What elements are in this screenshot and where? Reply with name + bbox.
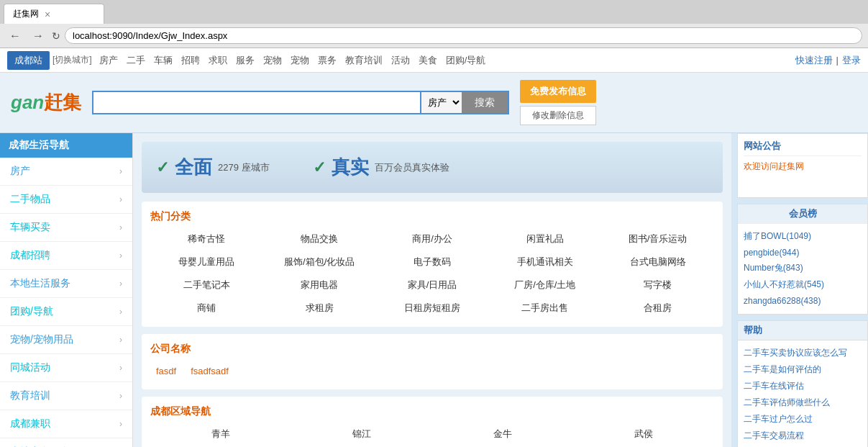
help-link-3[interactable]: 二手车评估师做些什么 xyxy=(744,397,830,407)
help-title: 帮助 xyxy=(738,321,867,340)
nav-link-job[interactable]: 求职 xyxy=(209,54,227,67)
switch-city-link[interactable]: [切换城市] xyxy=(52,54,92,66)
district-item-0[interactable]: 青羊 xyxy=(150,424,291,444)
cat-item-7[interactable]: 电子数码 xyxy=(376,252,489,272)
company-link-1[interactable]: fsadfsadf xyxy=(191,366,229,376)
company-links: fasdf fsadfsadf xyxy=(150,361,714,381)
nav-link-pet2[interactable]: 宠物 xyxy=(291,54,309,67)
sidebar-item-label: 二手物品 xyxy=(10,193,50,206)
member-link-3[interactable]: 小仙人不好惹就(545) xyxy=(744,279,824,289)
district-item-3[interactable]: 武侯 xyxy=(573,424,714,444)
nav-link-edu[interactable]: 教育培训 xyxy=(345,54,383,67)
help-link-2[interactable]: 二手车在线评估 xyxy=(744,381,804,391)
district-grid: 青羊 锦江 金牛 武侯 成华 龙泉驿 青白江 新都 温江 都江堰 彭州 邛崃 崇… xyxy=(150,424,714,447)
cat-item-5[interactable]: 母婴儿童用品 xyxy=(150,252,263,272)
top-navigation: 成都站 [切换城市] 房产 二手 车辆 招聘 求职 服务 宠物 宠物 票务 教育… xyxy=(0,48,868,73)
nav-link-house[interactable]: 房产 xyxy=(99,54,118,67)
district-item-2[interactable]: 金牛 xyxy=(432,424,573,444)
help-link-5[interactable]: 二手车交易流程 xyxy=(744,430,804,441)
help-link-0[interactable]: 二手车买卖协议应该怎么写 xyxy=(744,348,847,358)
nav-link-pet1[interactable]: 宠物 xyxy=(263,54,282,67)
nav-link-recruit[interactable]: 招聘 xyxy=(181,54,200,67)
sidebar-item-label: 同城活动 xyxy=(10,361,50,374)
hot-categories-grid: 稀奇古怪 物品交换 商用/办公 闲置礼品 图书/音乐运动 母婴儿童用品 服饰/箱… xyxy=(150,229,714,318)
hot-categories-section: 热门分类 稀奇古怪 物品交换 商用/办公 闲置礼品 图书/音乐运动 母婴儿童用品… xyxy=(142,202,723,327)
nav-link-groupbuy[interactable]: 团购/导航 xyxy=(446,54,486,67)
search-input[interactable] xyxy=(92,91,420,114)
sidebar-item-parttime[interactable]: 成都兼职 › xyxy=(0,410,132,438)
sidebar-item-recruit[interactable]: 成都招聘 › xyxy=(0,242,132,270)
help-box: 帮助 二手车买卖协议应该怎么写 二手车是如何评估的 二手车在线评估 二手车评估师… xyxy=(737,320,868,447)
cat-item-16[interactable]: 求租房 xyxy=(263,298,376,318)
sidebar-item-pet[interactable]: 宠物/宠物用品 › xyxy=(0,326,132,354)
sidebar-item-activity[interactable]: 同城活动 › xyxy=(0,354,132,382)
back-button[interactable]: ← xyxy=(6,28,24,44)
help-link-4[interactable]: 二手车过户怎么过 xyxy=(744,414,813,424)
member-link-0[interactable]: 捕了BOWL(1049) xyxy=(744,231,811,241)
chevron-right-icon: › xyxy=(119,279,122,289)
reload-button[interactable]: ↻ xyxy=(52,30,60,42)
cat-item-12[interactable]: 家具/日用品 xyxy=(376,275,489,295)
search-category-select[interactable]: 房产 xyxy=(420,91,462,114)
cat-item-1[interactable]: 物品交换 xyxy=(263,229,376,249)
sidebar-item-label: 宠物/宠物用品 xyxy=(10,333,73,346)
banner-item-2: ✓ 真实 百万会员真实体验 xyxy=(313,155,449,180)
url-input[interactable] xyxy=(65,27,862,44)
cat-item-3[interactable]: 闲置礼品 xyxy=(488,229,601,249)
login-link[interactable]: 登录 xyxy=(842,54,861,67)
sidebar-item-house[interactable]: 房产 › xyxy=(0,158,132,186)
search-button[interactable]: 搜索 xyxy=(462,91,509,114)
nav-link-ticket[interactable]: 票务 xyxy=(318,54,337,67)
content-wrap: 成都生活导航 房产 › 二手物品 › 车辆买卖 › 成都招聘 › 本地生活服务 … xyxy=(0,133,868,447)
forward-button[interactable]: → xyxy=(29,28,47,44)
cat-item-17[interactable]: 日租房短租房 xyxy=(376,298,489,318)
help-item-2: 二手车在线评估 xyxy=(744,378,862,394)
cat-item-0[interactable]: 稀奇古怪 xyxy=(150,229,263,249)
top-nav-links: 房产 二手 车辆 招聘 求职 服务 宠物 宠物 票务 教育培训 活动 美食 团购… xyxy=(99,54,795,67)
sidebar-title: 成都生活导航 xyxy=(0,133,132,158)
nav-link-activity[interactable]: 活动 xyxy=(391,54,410,67)
chevron-right-icon: › xyxy=(119,419,122,429)
sidebar-item-business[interactable]: 本地商务服务 › xyxy=(0,438,132,447)
cat-item-18[interactable]: 二手房出售 xyxy=(488,298,601,318)
member-link-1[interactable]: pengbide(944) xyxy=(744,248,799,258)
nav-link-vehicle[interactable]: 车辆 xyxy=(154,54,173,67)
cat-item-8[interactable]: 手机通讯相关 xyxy=(488,252,601,272)
cat-item-19[interactable]: 合租房 xyxy=(601,298,714,318)
cat-item-11[interactable]: 家用电器 xyxy=(263,275,376,295)
cat-item-13[interactable]: 厂房/仓库/土地 xyxy=(488,275,601,295)
quick-register-link[interactable]: 快速注册 xyxy=(795,54,833,67)
cat-item-15[interactable]: 商铺 xyxy=(150,298,263,318)
company-link-0[interactable]: fasdf xyxy=(156,366,176,376)
city-button[interactable]: 成都站 xyxy=(7,51,50,70)
cat-item-6[interactable]: 服饰/箱包/化妆品 xyxy=(263,252,376,272)
browser-tab[interactable]: 赶集网 × xyxy=(4,4,104,24)
nav-link-service[interactable]: 服务 xyxy=(236,54,255,67)
sidebar-item-vehicle[interactable]: 车辆买卖 › xyxy=(0,214,132,242)
logo-gan: gan xyxy=(11,91,44,114)
cat-item-2[interactable]: 商用/办公 xyxy=(376,229,489,249)
sidebar-item-edu[interactable]: 教育培训 › xyxy=(0,382,132,410)
member-link-2[interactable]: Number兔(843) xyxy=(744,263,803,273)
modify-delete-button[interactable]: 修改删除信息 xyxy=(520,106,596,125)
banner-area: ✓ 全面 2279 座城市 ✓ 真实 百万会员真实体验 xyxy=(142,142,723,193)
nav-link-food[interactable]: 美食 xyxy=(419,54,437,67)
member-item-3: 小仙人不好惹就(545) xyxy=(744,276,862,293)
banner-sub-1: 2279 座城市 xyxy=(218,161,270,174)
help-link-1[interactable]: 二手车是如何评估的 xyxy=(744,364,821,374)
member-item-0: 捕了BOWL(1049) xyxy=(744,228,862,245)
sidebar-item-secondhand[interactable]: 二手物品 › xyxy=(0,186,132,214)
district-item-1[interactable]: 锦江 xyxy=(291,424,432,444)
cat-item-4[interactable]: 图书/音乐运动 xyxy=(601,229,714,249)
cat-item-9[interactable]: 台式电脑网络 xyxy=(601,252,714,272)
sidebar-item-local-service[interactable]: 本地生活服务 › xyxy=(0,270,132,298)
cat-item-14[interactable]: 写字楼 xyxy=(601,275,714,295)
tab-close-icon[interactable]: × xyxy=(45,9,50,20)
chevron-right-icon: › xyxy=(119,166,122,176)
cat-item-10[interactable]: 二手笔记本 xyxy=(150,275,263,295)
member-link-4[interactable]: zhangda66288(438) xyxy=(744,296,821,306)
announcement-box: 网站公告 欢迎访问赶集网 xyxy=(737,133,868,198)
nav-link-secondhand[interactable]: 二手 xyxy=(127,54,145,67)
sidebar-item-groupbuy[interactable]: 团购/导航 › xyxy=(0,298,132,326)
free-post-button[interactable]: 免费发布信息 xyxy=(520,80,596,103)
